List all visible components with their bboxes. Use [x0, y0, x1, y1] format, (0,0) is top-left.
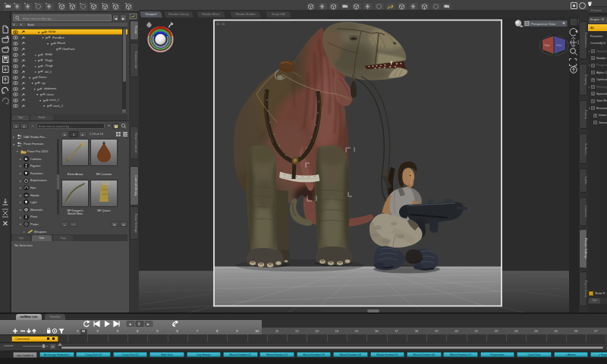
svg-text:Front: Front	[557, 44, 562, 47]
svg-text:Right: Right	[545, 44, 550, 47]
svg-text:Perspective View: Perspective View	[531, 22, 556, 26]
svg-text:10 : 10: 10 : 10	[216, 23, 225, 26]
